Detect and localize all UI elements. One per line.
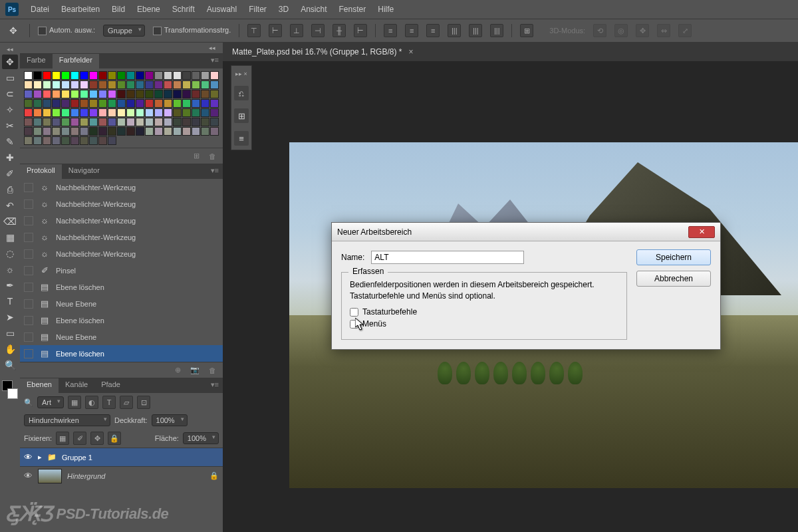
swatch[interactable] xyxy=(80,136,88,145)
distribute-vc-icon[interactable]: ≡ xyxy=(405,24,418,37)
swatch[interactable] xyxy=(145,108,154,117)
tab-navigator[interactable]: Navigator xyxy=(62,164,106,179)
swatch[interactable] xyxy=(117,80,126,89)
swatch[interactable] xyxy=(108,127,116,136)
swatch[interactable] xyxy=(117,127,126,136)
menu-schrift[interactable]: Schrift xyxy=(172,5,195,14)
swatch[interactable] xyxy=(154,90,163,98)
toolbar-collapse-icon[interactable]: ◂◂ xyxy=(3,45,17,53)
swatch[interactable] xyxy=(98,127,107,136)
swatch[interactable] xyxy=(126,127,135,136)
swatch[interactable] xyxy=(154,80,163,89)
hand-tool[interactable]: ✋ xyxy=(2,342,18,356)
align-bottom-icon[interactable]: ⊥ xyxy=(290,24,303,37)
swatch[interactable] xyxy=(70,90,79,98)
history-row[interactable]: ▤Neue Ebene xyxy=(20,329,223,345)
menu-filter[interactable]: Filter xyxy=(249,5,267,14)
lock-all-icon[interactable]: 🔒 xyxy=(108,432,121,445)
swatch[interactable] xyxy=(98,108,107,117)
panel-icon-3[interactable]: ≡ xyxy=(234,131,249,146)
swatch[interactable] xyxy=(70,80,79,89)
swatch[interactable] xyxy=(98,136,107,145)
filter-smart-icon[interactable]: ⊡ xyxy=(137,396,150,409)
swatch[interactable] xyxy=(43,118,51,126)
menus-checkbox[interactable]: Menüs xyxy=(350,319,618,329)
menu-ansicht[interactable]: Ansicht xyxy=(301,5,327,14)
shortcuts-checkbox[interactable]: Tastaturbefehle xyxy=(350,307,618,317)
opacity-input[interactable]: 100% xyxy=(152,414,188,426)
panel-icon-1[interactable]: ⎌ xyxy=(234,86,249,100)
swatch[interactable] xyxy=(43,108,51,117)
swatch[interactable] xyxy=(173,127,182,136)
swatch[interactable] xyxy=(33,71,42,80)
swatch[interactable] xyxy=(52,90,61,98)
shape-tool[interactable]: ▭ xyxy=(2,326,18,340)
transform-controls-toggle[interactable]: Transformationsstrg. xyxy=(153,26,231,35)
swatch[interactable] xyxy=(61,90,70,98)
gradient-tool[interactable]: ▦ xyxy=(2,230,18,245)
type-tool[interactable]: T xyxy=(2,294,18,309)
save-button[interactable]: Speichern xyxy=(636,249,711,265)
auto-align-icon[interactable]: ⊞ xyxy=(520,24,533,37)
swatch[interactable] xyxy=(33,99,42,108)
swatch[interactable] xyxy=(126,80,135,89)
wand-tool[interactable]: ✧ xyxy=(2,102,18,117)
swatch[interactable] xyxy=(70,127,79,136)
lock-move-icon[interactable]: ✥ xyxy=(90,432,104,445)
menu-bild[interactable]: Bild xyxy=(112,5,125,14)
swatch[interactable] xyxy=(70,108,79,117)
swatch[interactable] xyxy=(201,71,209,80)
eyedropper-tool[interactable]: ✎ xyxy=(2,134,18,149)
swatch[interactable] xyxy=(89,99,98,108)
dialog-titlebar[interactable]: Neuer Arbeitsbereich ✕ xyxy=(332,223,720,241)
document-tab[interactable]: Matte_Plate.psd bei 16.7% (Gruppe 1, RGB… xyxy=(223,43,798,61)
swatch[interactable] xyxy=(173,80,182,89)
history-row[interactable]: ▤Ebene löschen xyxy=(20,345,223,362)
foreground-background-swatch[interactable] xyxy=(2,380,18,399)
swatch[interactable] xyxy=(126,90,135,98)
align-vcenter-icon[interactable]: ⊢ xyxy=(269,24,282,37)
swatch[interactable] xyxy=(52,80,61,89)
history-row[interactable]: ☼Nachbelichter-Werkzeug xyxy=(20,196,223,212)
auto-select-dropdown[interactable]: Gruppe xyxy=(103,25,145,37)
filter-adjust-icon[interactable]: ◐ xyxy=(85,396,98,409)
swatch[interactable] xyxy=(89,108,98,117)
swatch[interactable] xyxy=(33,108,42,117)
swatch[interactable] xyxy=(210,71,219,80)
marquee-tool[interactable]: ▭ xyxy=(2,70,18,85)
swatch[interactable] xyxy=(24,118,33,126)
crop-tool[interactable]: ✂ xyxy=(2,118,18,133)
swatch[interactable] xyxy=(201,118,209,126)
swatch[interactable] xyxy=(164,118,172,126)
swatch[interactable] xyxy=(52,99,61,108)
swatch[interactable] xyxy=(24,127,33,136)
distribute-right-icon[interactable]: ||| xyxy=(490,24,503,37)
swatch[interactable] xyxy=(173,108,182,117)
menu-auswahl[interactable]: Auswahl xyxy=(207,5,237,14)
swatch[interactable] xyxy=(52,118,61,126)
filter-pixel-icon[interactable]: ▦ xyxy=(68,396,81,409)
swatch[interactable] xyxy=(145,71,154,80)
swatch[interactable] xyxy=(126,118,135,126)
3d-rotate-icon[interactable]: ◎ xyxy=(614,24,628,37)
distribute-hc-icon[interactable]: ||| xyxy=(469,24,482,37)
swatch[interactable] xyxy=(136,90,144,98)
swatch[interactable] xyxy=(61,127,70,136)
align-left-icon[interactable]: ⊣ xyxy=(311,24,325,37)
tab-protokoll[interactable]: Protokoll xyxy=(20,164,62,179)
swatch[interactable] xyxy=(182,90,191,98)
swatch[interactable] xyxy=(108,136,116,145)
swatch[interactable] xyxy=(173,90,182,98)
blend-mode-dropdown[interactable]: Hindurchwirken xyxy=(24,414,110,426)
panel-collapse-icon[interactable]: ◂◂ xyxy=(205,44,219,52)
tab-swatches[interactable]: Farbfelder xyxy=(53,54,99,68)
menu-3d[interactable]: 3D xyxy=(279,5,289,14)
swatch[interactable] xyxy=(126,71,135,80)
swatch[interactable] xyxy=(70,99,79,108)
swatch[interactable] xyxy=(61,71,70,80)
swatch[interactable] xyxy=(145,90,154,98)
path-select-tool[interactable]: ➤ xyxy=(2,310,18,325)
menu-ebene[interactable]: Ebene xyxy=(137,5,160,14)
swatch[interactable] xyxy=(154,99,163,108)
close-dialog-button[interactable]: ✕ xyxy=(688,226,715,238)
